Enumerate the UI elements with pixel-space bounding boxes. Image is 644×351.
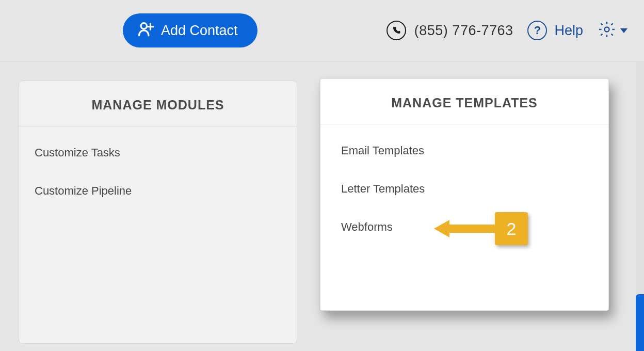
annotation-arrow-icon bbox=[434, 220, 496, 237]
annotation-step-2: 2 bbox=[434, 212, 528, 245]
link-customize-tasks[interactable]: Customize Tasks bbox=[35, 138, 281, 176]
support-phone-number: (855) 776-7763 bbox=[414, 23, 513, 39]
link-webforms-label: Webforms bbox=[341, 220, 393, 233]
manage-templates-card: MANAGE TEMPLATES Email Templates Letter … bbox=[320, 78, 609, 311]
annotation-badge: 2 bbox=[495, 212, 528, 245]
svg-point-3 bbox=[605, 27, 609, 32]
add-contact-icon bbox=[137, 20, 155, 41]
help-link[interactable]: ? Help bbox=[527, 21, 583, 40]
add-contact-button[interactable]: Add Contact bbox=[123, 13, 257, 47]
help-icon: ? bbox=[527, 21, 547, 40]
manage-templates-title: MANAGE TEMPLATES bbox=[320, 79, 608, 124]
chevron-down-icon bbox=[620, 28, 627, 33]
add-contact-label: Add Contact bbox=[161, 23, 238, 39]
top-bar: Add Contact (855) 776-7763 ? Help bbox=[0, 0, 644, 62]
gear-icon bbox=[598, 20, 616, 41]
phone-icon bbox=[387, 21, 406, 40]
content-area: MANAGE MODULES Customize Tasks Customize… bbox=[0, 62, 644, 351]
settings-dropdown[interactable] bbox=[598, 20, 627, 41]
help-label: Help bbox=[554, 23, 583, 39]
support-phone: (855) 776-7763 bbox=[387, 21, 513, 40]
svg-point-0 bbox=[141, 23, 147, 28]
right-accent-tab[interactable] bbox=[636, 294, 644, 351]
link-customize-pipeline[interactable]: Customize Pipeline bbox=[35, 176, 281, 214]
link-letter-templates[interactable]: Letter Templates bbox=[341, 174, 588, 212]
manage-modules-title: MANAGE MODULES bbox=[19, 81, 297, 126]
manage-modules-card: MANAGE MODULES Customize Tasks Customize… bbox=[19, 81, 297, 344]
link-webforms[interactable]: Webforms 2 bbox=[341, 212, 588, 250]
link-email-templates[interactable]: Email Templates bbox=[341, 136, 588, 174]
